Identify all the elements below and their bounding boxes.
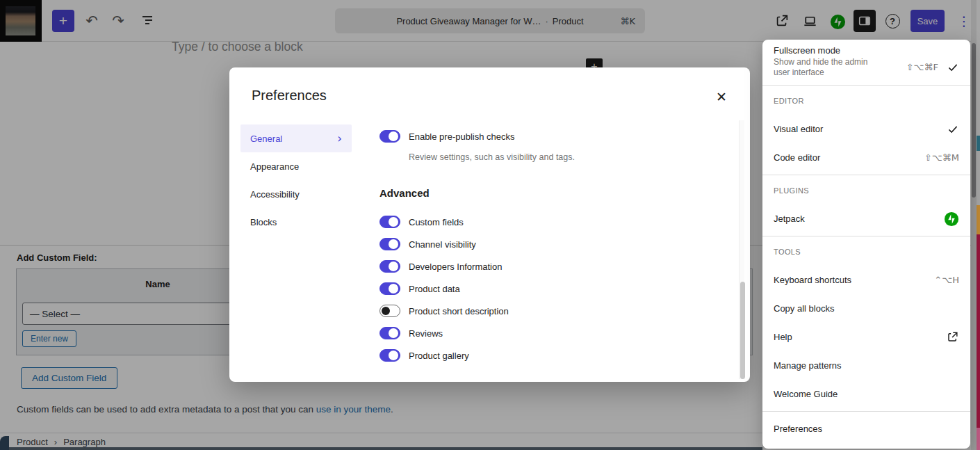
check-icon	[947, 123, 959, 136]
fullscreen-mode-description: Show and hide the admin user interface	[774, 57, 879, 78]
toggle-knob	[389, 351, 398, 360]
reviews-toggle[interactable]	[379, 327, 400, 339]
bottom-edge-strip	[8, 447, 762, 450]
modal-scrollbar-thumb[interactable]	[740, 282, 745, 379]
tab-blocks[interactable]: Blocks	[240, 208, 352, 236]
menu-item-preferences[interactable]: Preferences	[762, 415, 970, 443]
menu-item-code-editor[interactable]: Code editor ⇧⌥⌘M	[762, 143, 970, 172]
pre-publish-toggle[interactable]	[379, 130, 400, 143]
toggle-row-product-gallery: Product gallery	[379, 349, 718, 362]
manage-patterns-label: Manage patterns	[774, 360, 842, 371]
toggle-label: Channel visibility	[409, 239, 476, 250]
tab-accessibility[interactable]: Accessibility	[240, 180, 352, 208]
advanced-heading: Advanced	[379, 187, 718, 199]
modal-body: General › Appearance Accessibility Block…	[229, 120, 750, 382]
tab-appearance[interactable]: Appearance	[240, 152, 352, 180]
toggle-knob	[389, 262, 398, 271]
preferences-modal: Preferences ✕ General › Appearance Acces…	[229, 67, 750, 382]
product-gallery-toggle[interactable]	[379, 349, 400, 362]
external-link-icon	[946, 330, 959, 344]
copy-all-blocks-label: Copy all blocks	[774, 303, 834, 314]
menu-item-manage-patterns[interactable]: Manage patterns	[762, 351, 970, 380]
help-label: Help	[774, 332, 792, 342]
toggle-label: Product gallery	[409, 351, 469, 361]
code-editor-shortcut: ⇧⌥⌘M	[924, 152, 959, 163]
toggle-knob	[389, 217, 398, 227]
toggle-label: Product short description	[409, 306, 509, 316]
chevron-right-icon: ›	[337, 131, 342, 145]
check-icon	[947, 61, 959, 74]
preferences-general-panel: Enable pre-publish checks Review setting…	[352, 120, 750, 382]
modal-header: Preferences ✕	[229, 67, 750, 120]
fullscreen-shortcut: ⇧⌥⌘F	[906, 62, 938, 72]
menu-item-fullscreen-mode[interactable]: Fullscreen mode Show and hide the admin …	[762, 41, 970, 82]
code-editor-label: Code editor	[774, 152, 820, 163]
menu-divider	[762, 411, 970, 412]
keyboard-shortcuts-label: Keyboard shortcuts	[774, 275, 851, 285]
keyboard-shortcuts-shortcut: ⌃⌥H	[934, 275, 959, 285]
visual-editor-label: Visual editor	[774, 124, 823, 134]
menu-item-copy-all-blocks[interactable]: Copy all blocks	[762, 294, 970, 323]
options-dropdown-menu: Fullscreen mode Show and hide the admin …	[762, 40, 970, 449]
modal-title: Preferences	[252, 88, 327, 104]
pre-publish-toggle-row: Enable pre-publish checks	[379, 130, 718, 143]
toggle-row-product-data: Product data	[379, 282, 718, 295]
toggle-knob	[389, 328, 398, 338]
pre-publish-label: Enable pre-publish checks	[409, 131, 514, 142]
toggle-knob	[389, 131, 398, 141]
welcome-guide-label: Welcome Guide	[774, 389, 838, 399]
tab-accessibility-label: Accessibility	[250, 189, 300, 200]
channel-visibility-toggle[interactable]	[379, 238, 400, 250]
preferences-tab-list: General › Appearance Accessibility Block…	[240, 124, 352, 382]
toggle-row-product-short-description: Product short description	[379, 305, 718, 317]
menu-item-jetpack[interactable]: Jetpack	[762, 204, 970, 233]
pre-publish-help-text: Review settings, such as visibility and …	[409, 152, 718, 162]
snackbar-corner	[0, 436, 9, 450]
custom-fields-toggle[interactable]	[379, 216, 400, 228]
menu-item-help[interactable]: Help	[762, 323, 970, 351]
menu-divider	[762, 175, 970, 175]
developers-information-toggle[interactable]	[379, 260, 400, 273]
menu-item-visual-editor[interactable]: Visual editor	[762, 115, 970, 143]
menu-item-welcome-guide[interactable]: Welcome Guide	[762, 380, 970, 408]
tab-blocks-label: Blocks	[250, 217, 277, 227]
menu-section-plugins: PLUGINS	[762, 178, 970, 204]
menu-section-editor: EDITOR	[762, 88, 970, 115]
preferences-label: Preferences	[774, 424, 822, 434]
tab-appearance-label: Appearance	[250, 161, 299, 172]
toggle-row-reviews: Reviews	[379, 327, 718, 339]
fullscreen-mode-label: Fullscreen mode	[774, 45, 879, 56]
toggle-label: Developers Information	[409, 262, 502, 272]
advanced-toggle-list: Custom fields Channel visibility Develop…	[379, 216, 718, 362]
toggle-label: Custom fields	[409, 217, 464, 227]
toggle-knob	[389, 239, 398, 249]
menu-divider	[762, 85, 970, 86]
jetpack-label: Jetpack	[774, 214, 805, 224]
edge-color-strip	[977, 0, 980, 450]
modal-scrollbar[interactable]	[739, 120, 744, 379]
toggle-label: Product data	[409, 284, 460, 294]
product-short-description-toggle[interactable]	[379, 305, 400, 317]
toggle-row-channel-visibility: Channel visibility	[379, 238, 718, 250]
toggle-row-developers-information: Developers Information	[379, 260, 718, 273]
close-icon[interactable]: ✕	[711, 86, 732, 107]
menu-divider	[762, 236, 970, 236]
tab-general-label: General	[250, 134, 282, 144]
tab-general[interactable]: General ›	[240, 124, 352, 152]
product-data-toggle[interactable]	[379, 282, 400, 295]
toggle-label: Reviews	[409, 328, 443, 339]
toggle-knob	[389, 284, 398, 294]
jetpack-icon	[944, 211, 959, 227]
toggle-knob	[382, 307, 390, 315]
toggle-row-custom-fields: Custom fields	[379, 216, 718, 228]
wordpress-editor-screen: + ↶ ↷ Product Giveaway Manager for W… · …	[0, 0, 980, 450]
menu-item-keyboard-shortcuts[interactable]: Keyboard shortcuts ⌃⌥H	[762, 266, 970, 294]
menu-section-tools: TOOLS	[762, 239, 970, 266]
